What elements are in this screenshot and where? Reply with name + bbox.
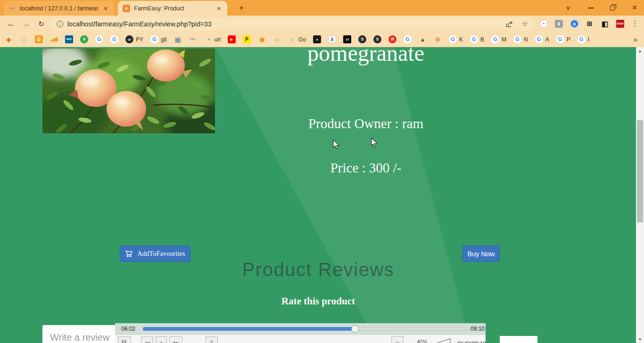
volume-wedge-icon[interactable] xyxy=(434,338,452,343)
bookmark-github[interactable]: ω PY xyxy=(125,35,143,43)
bookmark-google-i-icon: G xyxy=(578,35,586,43)
bookmark-cl[interactable]: cl xyxy=(343,35,351,43)
bookmarks-overflow-chevron[interactable]: » xyxy=(632,35,639,43)
bookmark-ieee[interactable]: IEEE xyxy=(65,35,73,43)
stop-button[interactable]: ■ xyxy=(156,336,167,343)
extension-dark-reader-icon: ◧ xyxy=(601,20,609,28)
bookmark-person[interactable]: λ xyxy=(328,35,336,43)
bookmark-camera[interactable]: ◉ xyxy=(258,35,266,43)
bookmark-godaddy-icon: ○ xyxy=(20,35,28,43)
bookmark-five[interactable]: 5 xyxy=(80,35,88,43)
new-tab-button[interactable]: + xyxy=(236,2,247,14)
url-text[interactable]: localhost/farmeasy/FarmEasy/review.php?p… xyxy=(67,20,505,28)
bookmark-diamond[interactable]: ◆ xyxy=(5,35,13,43)
bookmark-google-b[interactable]: G B xyxy=(470,35,484,43)
extension-reader-a[interactable]: a xyxy=(570,19,579,28)
bookmark-ring[interactable]: ○ xyxy=(273,35,281,43)
bookmark-tv[interactable]: ▣ xyxy=(174,35,182,43)
extension-puzzle[interactable]: ⊞ xyxy=(585,19,594,28)
bookmark-orange-g[interactable]: G xyxy=(35,35,43,43)
bookmark-globe-1-icon: S xyxy=(358,35,366,43)
bookmark-phpmyadmin[interactable]: PMA xyxy=(189,35,197,43)
add-to-favourites-button[interactable]: AddToFavourites xyxy=(120,245,190,262)
bookmark-p-yellow[interactable]: P xyxy=(243,35,251,43)
bookmark-google-git[interactable]: G git xyxy=(150,35,167,43)
bookmark-globe-2[interactable]: S xyxy=(373,35,381,43)
extension-dark-reader[interactable]: ◧ xyxy=(600,19,610,28)
scrollbar-thumb[interactable] xyxy=(637,120,643,222)
bookmark-matlab-icon: ▲ xyxy=(419,35,427,43)
product-reviews-heading: Product Reviews xyxy=(242,259,395,280)
share-icon[interactable] xyxy=(505,21,513,28)
previous-button[interactable]: ◀◀ xyxy=(141,336,153,343)
bookmark-eye[interactable]: ⊙ xyxy=(434,35,442,43)
bookmark-phpmyadmin-icon: PMA xyxy=(189,35,197,43)
bookmark-cl-icon: cl xyxy=(343,35,351,43)
minimize-button[interactable] xyxy=(584,0,598,16)
bookmark-globe-1[interactable]: S xyxy=(358,35,366,43)
bookmark-google-1-icon: G xyxy=(95,35,103,43)
bookmark-godaddy-go[interactable]: ○ Go xyxy=(288,35,306,43)
bookmark-orange-g-icon: G xyxy=(35,35,43,43)
extension-screenshot[interactable]: ▮ xyxy=(554,19,564,28)
scrollbar-up-icon[interactable]: ▲ xyxy=(636,47,644,55)
back-button[interactable]: ← xyxy=(5,17,17,30)
add-to-favourites-label: AddToFavourites xyxy=(137,250,185,258)
bookmark-tv-icon: ▣ xyxy=(174,35,182,43)
player-progress-thumb[interactable] xyxy=(351,325,359,333)
maximize-button[interactable] xyxy=(605,0,619,16)
extension-ok-badge-icon: OKOK xyxy=(616,20,624,28)
media-player-overlay: 06:02 09:10 40% 06:03/09:10 ▌▌◀◀■▶▶⇅txt xyxy=(115,323,486,343)
bookmark-google-p[interactable]: G P xyxy=(556,35,570,43)
bookmark-google-n[interactable]: G N xyxy=(513,35,528,43)
tab-phpmyadmin[interactable]: PMA localhost / 127.0.0.1 / farmeasy / × xyxy=(4,1,114,16)
bookmark-google-a-icon: G xyxy=(535,35,543,43)
forward-button[interactable]: → xyxy=(20,17,33,30)
bookmark-google-k[interactable]: G K xyxy=(449,35,463,43)
extension-screenshot-icon: ▮ xyxy=(555,20,563,28)
bookmarks-list: ◆ ○ G ▂▆█ IEEE 5 G G xyxy=(5,35,632,43)
player-progress-track[interactable] xyxy=(143,327,467,331)
player-clock-label: 06:03/09:10 xyxy=(457,341,486,343)
bookmark-godaddy-go-icon: ○ xyxy=(288,35,296,43)
bookmark-google-i[interactable]: G I xyxy=(578,35,589,43)
browser-menu-icon[interactable]: ⋮ xyxy=(630,18,640,29)
bookmark-ieee-icon: IEEE xyxy=(65,35,73,43)
product-owner-text: Product Owner : ram xyxy=(215,116,517,131)
bookmark-youtube[interactable]: ▶ xyxy=(228,35,236,43)
tab-close-icon[interactable]: × xyxy=(215,5,223,12)
bookmark-analytics[interactable]: ▂▆█ xyxy=(50,35,58,43)
bookmark-url[interactable]: ◔ url xyxy=(204,35,221,43)
window-close-button[interactable]: × xyxy=(627,0,642,16)
phpmyadmin-favicon-icon: PMA xyxy=(8,5,16,12)
bookmark-duck[interactable]: ● xyxy=(313,35,321,43)
bookmark-google-m[interactable]: G M xyxy=(491,35,506,43)
extension-panda[interactable]: •• xyxy=(539,19,548,28)
buy-now-button[interactable]: Buy Now xyxy=(462,245,500,262)
browser-toolbar: ← → ↻ i localhost/farmeasy/FarmEasy/revi… xyxy=(0,16,644,32)
reload-button[interactable]: ↻ xyxy=(35,17,48,30)
next-button[interactable]: ▶▶ xyxy=(169,336,182,343)
bookmark-google-3[interactable]: G xyxy=(404,35,412,43)
pan-button[interactable]: ⇅ xyxy=(206,336,218,343)
bookmark-matlab[interactable]: ▲ xyxy=(419,35,427,43)
titlebar: PMA localhost / 127.0.0.1 / farmeasy / ×… xyxy=(0,0,644,16)
scrollbar-down-icon[interactable]: ▼ xyxy=(636,335,644,343)
tab-search-chevron-icon[interactable]: ∨ xyxy=(561,0,575,16)
tab-farmeasy-product[interactable]: × FarmEasy: Product × xyxy=(118,1,227,16)
page-scrollbar[interactable]: ▲ ▼ xyxy=(636,47,644,343)
bookmark-google-2[interactable]: G xyxy=(110,35,118,43)
bookmark-yandex[interactable]: Я xyxy=(388,35,396,43)
pause-button[interactable]: ▌▌ xyxy=(118,336,131,343)
site-info-icon[interactable]: i xyxy=(57,21,63,27)
tab-title: localhost / 127.0.0.1 / farmeasy / xyxy=(20,5,98,12)
bookmark-google-1[interactable]: G xyxy=(95,35,103,43)
bookmark-google-a[interactable]: G A xyxy=(535,35,549,43)
extension-ok-badge[interactable]: OKOK xyxy=(616,19,625,28)
address-bar[interactable]: i localhost/farmeasy/FarmEasy/review.php… xyxy=(51,17,535,31)
recorder-input-box[interactable] xyxy=(500,336,537,343)
bookmark-godaddy[interactable]: ○ xyxy=(20,35,28,43)
tab-close-icon[interactable]: × xyxy=(102,5,109,12)
bookmark-star-icon[interactable]: ☆ xyxy=(522,20,528,28)
text-button[interactable]: txt xyxy=(391,336,404,343)
